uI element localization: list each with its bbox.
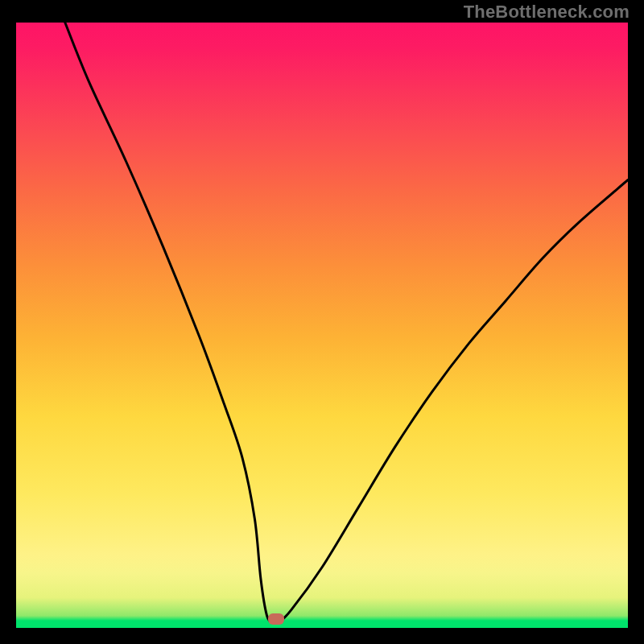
minimum-marker: [268, 613, 284, 625]
chart-frame: TheBottleneck.com: [0, 0, 644, 644]
curve-svg: [16, 23, 628, 628]
plot-area: [16, 23, 628, 628]
watermark-text: TheBottleneck.com: [464, 2, 630, 23]
bottleneck-curve-path: [65, 23, 628, 623]
